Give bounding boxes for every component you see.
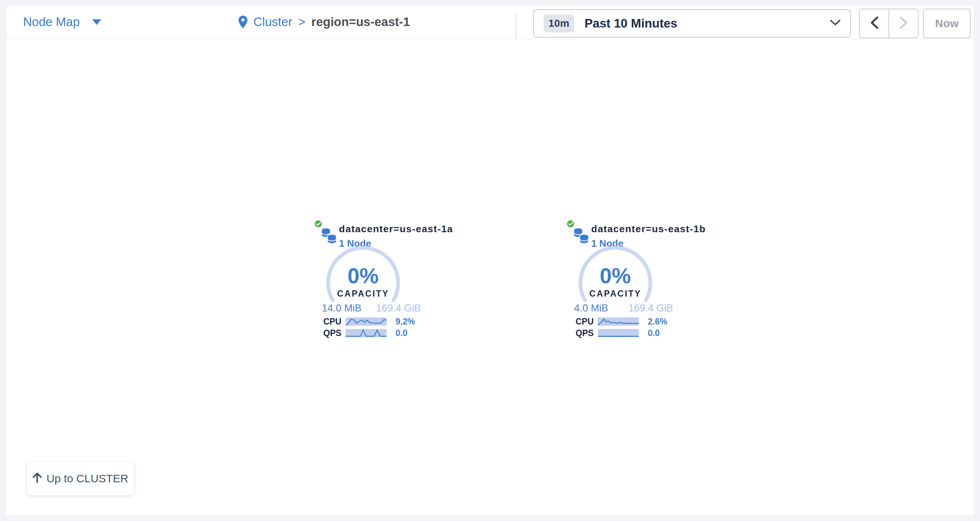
capacity-percent: 0% <box>322 265 404 287</box>
time-window-dropdown[interactable]: 10m Past 10 Minutes <box>533 9 851 38</box>
caret-down-icon <box>92 19 101 25</box>
chevron-right-icon <box>900 16 908 30</box>
node-map-canvas: datacenter=us-east-1a 1 Node 0% CAPACITY… <box>6 39 974 516</box>
breadcrumb-separator: > <box>298 15 305 29</box>
qps-value: 0.0 <box>648 328 660 338</box>
cpu-sparkline <box>346 317 387 326</box>
qps-metric-row: QPS 0.0 <box>576 328 675 338</box>
database-stack-icon <box>320 227 337 247</box>
qps-sparkline <box>346 329 387 337</box>
time-window-label: Past 10 Minutes <box>584 16 677 30</box>
datacenter-name: datacenter=us-east-1b <box>591 223 706 235</box>
cpu-sparkline <box>598 317 639 326</box>
capacity-gauge: 0% CAPACITY <box>322 245 404 305</box>
cpu-value: 9.2% <box>396 317 415 327</box>
chevron-down-icon <box>830 20 840 27</box>
capacity-label: CAPACITY <box>322 289 404 299</box>
capacity-range: 4.0 MiB 169.4 GiB <box>574 303 673 314</box>
cpu-metric-row: CPU 9.2% <box>323 317 422 327</box>
time-window-badge: 10m <box>544 14 574 32</box>
cpu-metric-row: CPU 2.6% <box>576 317 675 327</box>
datacenter-card[interactable]: datacenter=us-east-1a 1 Node 0% CAPACITY… <box>313 219 425 345</box>
database-stack-icon <box>573 227 590 247</box>
check-circle-icon <box>314 220 323 228</box>
qps-label: QPS <box>323 328 346 338</box>
capacity-used: 4.0 MiB <box>574 303 608 314</box>
cpu-label: CPU <box>576 317 598 327</box>
header-divider <box>515 14 516 40</box>
breadcrumb-current: region=us-east-1 <box>312 15 410 29</box>
datacenter-card[interactable]: datacenter=us-east-1b 1 Node 0% CAPACITY… <box>565 219 677 345</box>
chevron-left-icon <box>870 16 878 30</box>
check-circle-icon <box>566 220 575 228</box>
now-button[interactable]: Now <box>923 8 971 38</box>
breadcrumb-cluster-link[interactable]: Cluster <box>253 15 293 29</box>
breadcrumb: Cluster > region=us-east-1 <box>239 5 410 39</box>
capacity-total: 169.4 GiB <box>376 303 421 314</box>
qps-value: 0.0 <box>396 328 407 338</box>
time-nav <box>859 8 919 38</box>
time-forward-button[interactable] <box>888 9 918 38</box>
capacity-gauge: 0% CAPACITY <box>574 245 656 305</box>
arrow-up-icon <box>32 472 42 485</box>
datacenter-name: datacenter=us-east-1a <box>339 223 453 235</box>
capacity-range: 14.0 MiB 169.4 GiB <box>322 303 421 314</box>
up-to-cluster-button[interactable]: Up to CLUSTER <box>26 462 134 496</box>
qps-sparkline <box>598 329 639 337</box>
capacity-total: 169.4 GiB <box>628 303 673 314</box>
capacity-used: 14.0 MiB <box>322 303 362 314</box>
time-back-button[interactable] <box>860 9 888 38</box>
location-pin-icon <box>239 16 247 28</box>
view-selector-dropdown[interactable]: Node Map <box>23 5 101 39</box>
up-to-cluster-label: Up to CLUSTER <box>46 472 128 485</box>
view-selector-label: Node Map <box>23 15 80 29</box>
top-bar: Node Map Cluster > region=us-east-1 10m … <box>6 5 974 39</box>
capacity-percent: 0% <box>574 265 656 287</box>
cpu-value: 2.6% <box>648 317 667 327</box>
capacity-label: CAPACITY <box>574 289 656 299</box>
cpu-label: CPU <box>323 317 346 327</box>
qps-label: QPS <box>576 328 598 338</box>
qps-metric-row: QPS 0.0 <box>323 328 422 338</box>
